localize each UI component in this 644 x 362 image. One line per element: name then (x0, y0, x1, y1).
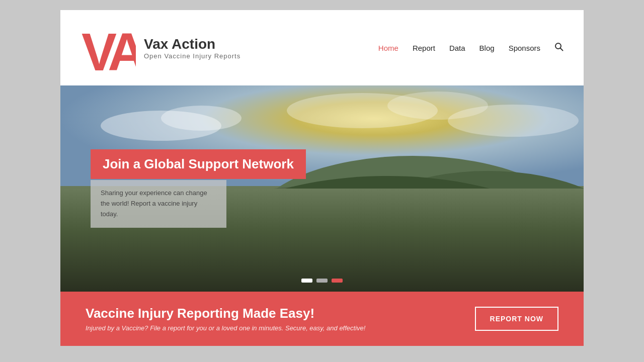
nav-blog[interactable]: Blog (479, 44, 495, 52)
page-wrapper: VA Vax Action Open Vaccine Injury Report… (60, 10, 584, 346)
cta-subtext: Injured by a Vaccine? File a report for … (86, 324, 365, 332)
site-subtitle: Open Vaccine Injury Reports (144, 52, 240, 60)
nav-data[interactable]: Data (449, 44, 465, 52)
header: VA Vax Action Open Vaccine Injury Report… (60, 10, 584, 85)
hero-description-box: Sharing your experience can change the w… (91, 180, 226, 227)
site-title: Vax Action (144, 36, 240, 52)
cta-banner: Vaccine Injury Reporting Made Easy! Inju… (60, 292, 584, 346)
logo-icon: VA (80, 20, 136, 75)
slider-dots (301, 279, 343, 283)
hero-title-box: Join a Global Support Network (91, 149, 306, 179)
cta-heading: Vaccine Injury Reporting Made Easy! (86, 306, 365, 321)
nav: Home Report Data Blog Sponsors (378, 42, 564, 54)
slider-dot-1[interactable] (301, 279, 312, 283)
nav-report[interactable]: Report (413, 44, 435, 52)
hero-section: Join a Global Support Network Sharing yo… (60, 85, 584, 292)
slider-dot-3[interactable] (332, 279, 343, 283)
nav-sponsors[interactable]: Sponsors (509, 44, 540, 52)
hero-title: Join a Global Support Network (103, 156, 294, 172)
search-icon[interactable] (554, 42, 564, 54)
hero-content: Join a Global Support Network Sharing yo… (60, 85, 584, 292)
svg-text:VA: VA (82, 23, 136, 75)
svg-line-2 (560, 48, 563, 50)
logo-area: VA Vax Action Open Vaccine Injury Report… (80, 20, 240, 75)
cta-text: Vaccine Injury Reporting Made Easy! Inju… (86, 306, 365, 332)
nav-home[interactable]: Home (378, 44, 398, 52)
logo-text: Vax Action Open Vaccine Injury Reports (144, 36, 240, 60)
report-now-button[interactable]: REPORT NOW (475, 307, 558, 331)
slider-dot-2[interactable] (316, 279, 328, 283)
hero-description: Sharing your experience can change the w… (101, 188, 216, 219)
